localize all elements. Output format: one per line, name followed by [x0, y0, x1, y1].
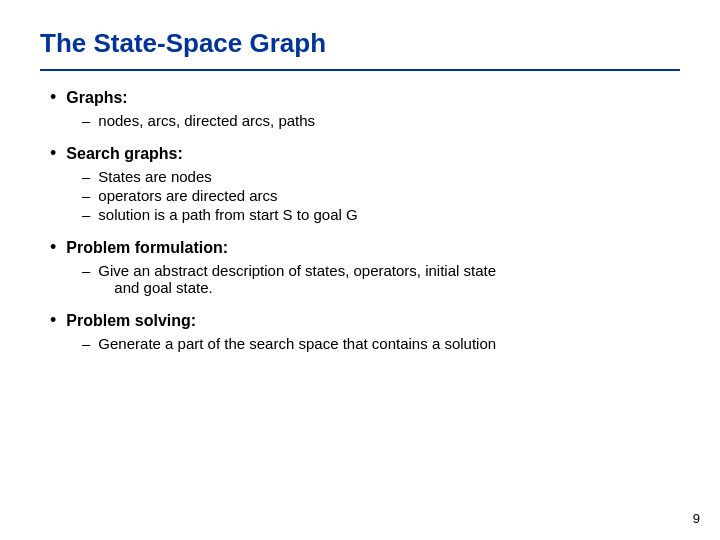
sub-item-search-1: – States are nodes	[82, 168, 680, 185]
sub-items-solving: – Generate a part of the search space th…	[82, 335, 680, 352]
sub-dash-1: –	[82, 112, 90, 129]
sub-text-search-3: solution is a path from start S to goal …	[98, 206, 357, 223]
bullet-search: • Search graphs:	[50, 145, 680, 164]
sub-item-solving-1: – Generate a part of the search space th…	[82, 335, 680, 352]
sub-text-formulation-1: Give an abstract description of states, …	[98, 262, 496, 296]
title-divider	[40, 69, 680, 71]
label-formulation: Problem formulation:	[66, 239, 228, 257]
bullet-dot-3: •	[50, 237, 56, 258]
bullet-solving: • Problem solving:	[50, 312, 680, 331]
bullet-graphs: • Graphs:	[50, 89, 680, 108]
label-search: Search graphs:	[66, 145, 182, 163]
sub-text-search-1: States are nodes	[98, 168, 211, 185]
sub-dash-4: –	[82, 206, 90, 223]
sub-items-search: – States are nodes – operators are direc…	[82, 168, 680, 223]
sub-items-formulation: – Give an abstract description of states…	[82, 262, 680, 296]
section-solving: • Problem solving: – Generate a part of …	[50, 312, 680, 352]
content-area: • Graphs: – nodes, arcs, directed arcs, …	[40, 89, 680, 352]
slide: The State-Space Graph • Graphs: – nodes,…	[0, 0, 720, 540]
sub-item-search-3: – solution is a path from start S to goa…	[82, 206, 680, 223]
label-graphs: Graphs:	[66, 89, 127, 107]
sub-item-search-2: – operators are directed arcs	[82, 187, 680, 204]
formulation-line1: Give an abstract description of states, …	[98, 262, 496, 279]
section-graphs: • Graphs: – nodes, arcs, directed arcs, …	[50, 89, 680, 129]
bullet-dot-2: •	[50, 143, 56, 164]
sub-text-search-2: operators are directed arcs	[98, 187, 277, 204]
sub-dash-3: –	[82, 187, 90, 204]
sub-dash-5: –	[82, 262, 90, 279]
sub-dash-6: –	[82, 335, 90, 352]
sub-dash-2: –	[82, 168, 90, 185]
bullet-dot-1: •	[50, 87, 56, 108]
sub-text-graphs-1: nodes, arcs, directed arcs, paths	[98, 112, 315, 129]
section-search: • Search graphs: – States are nodes – op…	[50, 145, 680, 223]
slide-title: The State-Space Graph	[40, 28, 680, 59]
formulation-line2: and goal state.	[114, 279, 496, 296]
bullet-dot-4: •	[50, 310, 56, 331]
page-number: 9	[693, 511, 700, 526]
sub-text-solving-1: Generate a part of the search space that…	[98, 335, 496, 352]
sub-item-graphs-1: – nodes, arcs, directed arcs, paths	[82, 112, 680, 129]
section-formulation: • Problem formulation: – Give an abstrac…	[50, 239, 680, 296]
bullet-formulation: • Problem formulation:	[50, 239, 680, 258]
sub-items-graphs: – nodes, arcs, directed arcs, paths	[82, 112, 680, 129]
sub-item-formulation-1: – Give an abstract description of states…	[82, 262, 680, 296]
label-solving: Problem solving:	[66, 312, 196, 330]
